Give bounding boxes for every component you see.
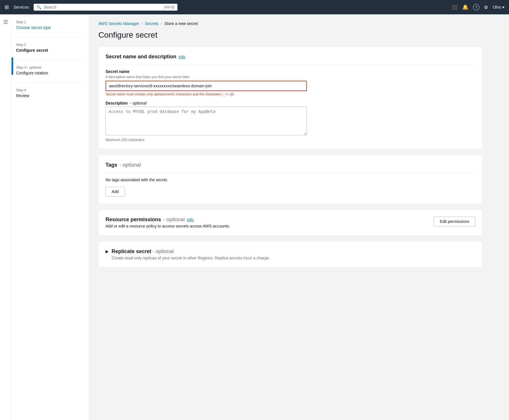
step-4-nav: Step 4 Review [16, 88, 84, 98]
step-2-title: Configure secret [16, 48, 48, 53]
secret-name-hint: A descriptive name that helps you find y… [106, 75, 475, 79]
replicate-description: Create read-only replicas of your secret… [112, 256, 270, 260]
services-nav-label[interactable]: Services [14, 5, 29, 9]
step-4-label: Step 4 [16, 88, 84, 92]
hamburger-icon: ☰ [3, 19, 8, 25]
step-3-nav: Step 3 - optional Configure rotation [16, 65, 84, 75]
bell-icon[interactable]: 🔔 [462, 4, 468, 10]
breadcrumb-sep-2: › [161, 22, 162, 26]
search-input[interactable] [44, 5, 162, 9]
secret-name-card: Secret name and description Info Secret … [98, 47, 483, 149]
resource-perm-info-link[interactable]: Info [187, 217, 194, 222]
secret-name-field-label: Secret name [106, 69, 475, 74]
step-3-label: Step 3 - optional [16, 65, 84, 70]
step-4-title: Review [16, 93, 29, 98]
no-tags-message: No tags associated with the secret. [106, 178, 475, 182]
breadcrumb-secrets[interactable]: Secrets [145, 21, 158, 26]
description-field-label: Description - optional [106, 101, 475, 105]
edit-permissions-button[interactable]: Edit permissions [434, 217, 475, 226]
region-selector[interactable]: Ohio ▾ [493, 5, 504, 9]
resource-perm-text-area: Resource permissions - optional Info Add… [106, 217, 230, 228]
breadcrumb-current: Store a new secret [164, 21, 198, 26]
sidebar-toggle[interactable]: ☰ [0, 14, 12, 420]
grid-icon[interactable]: ⊞ [5, 4, 9, 10]
step-1-link[interactable]: Choose secret type [16, 25, 51, 30]
search-shortcut: [Alt+S] [164, 5, 175, 9]
replicate-header: ▶ Replicate secret - optional Create rea… [106, 248, 475, 260]
breadcrumb-aws-secrets-manager[interactable]: AWS Secrets Manager [98, 21, 139, 26]
resource-perm-header: Resource permissions - optional Info Add… [106, 217, 475, 228]
resource-perm-description: Add or edit a resource policy to access … [106, 224, 230, 228]
secret-name-input[interactable] [106, 81, 307, 91]
resource-perm-title: Resource permissions - optional Info [106, 217, 230, 223]
settings-icon[interactable]: ⚙ [484, 5, 488, 10]
steps-sidebar: Step 1 Choose secret type Step 2 Configu… [12, 14, 89, 420]
secret-name-error-msg: Secret name must contain only alphanumer… [106, 92, 475, 96]
terminal-icon[interactable]: ⬛ [452, 5, 458, 10]
step-3-divider [16, 82, 84, 82]
add-tag-button[interactable]: Add [106, 187, 125, 196]
step-1-label: Step 1 [16, 20, 84, 24]
replicate-title: Replicate secret [112, 248, 151, 254]
breadcrumb-sep-1: › [141, 22, 143, 26]
replicate-expand-icon[interactable]: ▶ [106, 249, 109, 254]
search-icon: 🔍 [37, 5, 41, 9]
tags-card-divider [106, 173, 475, 173]
tags-card: Tags - optional No tags associated with … [98, 155, 483, 204]
main-content: AWS Secrets Manager › Secrets › Store a … [89, 14, 492, 420]
secret-name-card-title: Secret name and description Info [106, 54, 475, 60]
accent-bar [12, 57, 13, 75]
replicate-optional: - optional [152, 248, 174, 254]
description-max-chars: Maximum 250 characters. [106, 138, 475, 142]
step-3-title: Configure rotation [16, 71, 48, 75]
page-title: Configure secret [98, 30, 483, 40]
tags-card-title: Tags - optional [106, 162, 475, 168]
replicate-secret-card: ▶ Replicate secret - optional Create rea… [98, 241, 483, 267]
step-2-label: Step 2 [16, 43, 84, 47]
search-bar[interactable]: 🔍 [Alt+S] [34, 4, 177, 11]
step-1-divider [16, 37, 84, 37]
top-navigation: ⊞ Services 🔍 [Alt+S] ⬛ 🔔 ? ⚙ Ohio ▾ [0, 0, 509, 14]
app-layout: ☰ Step 1 Choose secret type Step 2 Confi… [0, 14, 509, 420]
replicate-title-area: Replicate secret - optional Create read-… [112, 248, 270, 260]
description-field-group: Description - optional Maximum 250 chara… [106, 101, 475, 142]
step-2-nav: Step 2 Configure secret [16, 43, 84, 53]
description-textarea[interactable] [106, 107, 307, 135]
help-icon[interactable]: ? [473, 4, 479, 10]
step-2-divider [16, 59, 84, 60]
card-divider-1 [106, 64, 475, 65]
nav-icons-group: ⬛ 🔔 ? ⚙ Ohio ▾ [452, 4, 504, 10]
secret-name-field-group: Secret name A descriptive name that help… [106, 69, 475, 96]
secret-name-info-link[interactable]: Info [179, 55, 185, 59]
resource-permissions-card: Resource permissions - optional Info Add… [98, 209, 483, 236]
breadcrumb: AWS Secrets Manager › Secrets › Store a … [98, 21, 483, 26]
step-1-nav: Step 1 Choose secret type [16, 20, 84, 30]
